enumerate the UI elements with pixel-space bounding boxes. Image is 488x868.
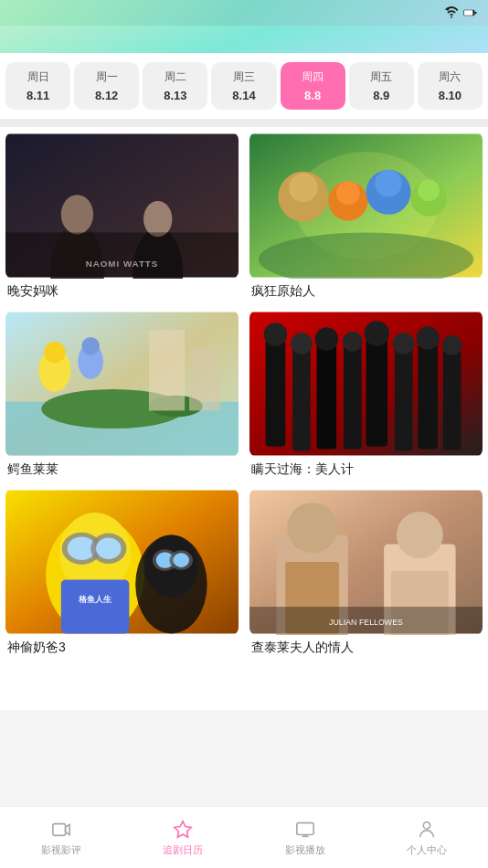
day-date: 8.10 (439, 89, 461, 102)
movie-thumb-2 (249, 132, 483, 279)
svg-point-16 (336, 182, 360, 206)
nav-label: 影视播放 (285, 843, 325, 857)
svg-point-48 (442, 335, 462, 355)
status-icons (444, 5, 477, 20)
day-date: 8.11 (27, 89, 49, 102)
bottom-nav: 影视影评追剧日历影视播放个人中心 (0, 806, 488, 868)
movie-card-6[interactable]: JULIAN FELLOWES 查泰莱夫人的情人 (249, 489, 483, 656)
svg-rect-43 (395, 348, 413, 451)
svg-point-29 (81, 337, 100, 355)
movie-thumb-5: 格鱼人生 (5, 489, 239, 635)
svg-rect-3 (464, 10, 472, 15)
svg-point-46 (416, 326, 440, 350)
day-item-tuesday[interactable]: 周二 8.13 (143, 62, 207, 110)
svg-point-18 (375, 170, 401, 196)
nav-item-broadcast[interactable]: 影视播放 (244, 813, 366, 863)
movie-thumb-6: JULIAN FELLOWES (249, 489, 483, 635)
movie-card-3[interactable]: 鳄鱼莱莱 (5, 311, 239, 478)
tv-icon (294, 819, 316, 841)
movie-title: 神偷奶爸3 (5, 640, 239, 656)
day-name: 周二 (164, 69, 186, 85)
person-icon (416, 819, 438, 841)
movie-card-1[interactable]: NAOMI WATTS 晚安妈咪 (5, 132, 239, 300)
svg-point-42 (365, 321, 389, 345)
movie-thumb-3 (5, 311, 239, 457)
movie-title: 疯狂原始人 (249, 283, 483, 300)
svg-marker-75 (175, 820, 191, 836)
day-item-wednesday[interactable]: 周三 8.14 (211, 62, 276, 110)
movie-title: 查泰莱夫人的情人 (249, 640, 483, 656)
svg-point-79 (424, 821, 430, 828)
svg-rect-10 (5, 232, 239, 277)
svg-point-38 (315, 327, 339, 351)
day-item-friday[interactable]: 周五 8.9 (349, 62, 414, 110)
svg-point-27 (44, 342, 66, 364)
day-date: 8.14 (232, 89, 255, 102)
nav-label: 影视影评 (41, 843, 81, 857)
svg-point-66 (287, 503, 337, 553)
day-date: 8.12 (95, 89, 118, 102)
nav-item-calendar[interactable]: 追剧日历 (122, 813, 245, 863)
movie-title: 鳄鱼莱莱 (5, 461, 239, 478)
day-item-thursday[interactable]: 周四 8.8 (281, 62, 345, 110)
svg-point-44 (393, 333, 415, 355)
svg-rect-35 (292, 348, 311, 451)
day-name: 周四 (302, 69, 324, 85)
svg-rect-45 (418, 344, 438, 450)
svg-rect-52 (61, 580, 130, 634)
svg-point-69 (397, 512, 443, 558)
svg-rect-37 (317, 344, 337, 450)
day-name: 周一 (96, 69, 118, 85)
movie-thumb-1: NAOMI WATTS (5, 132, 239, 279)
wifi-icon (444, 5, 459, 20)
day-selector: 周日 8.11 周一 8.12 周二 8.13 周三 8.14 周四 8.8 周… (0, 53, 488, 120)
day-date: 8.8 (304, 89, 321, 102)
day-item-sunday[interactable]: 周日 8.11 (5, 62, 70, 110)
nav-label: 追剧日历 (163, 843, 203, 857)
svg-point-40 (343, 332, 363, 352)
video-icon (50, 819, 72, 841)
day-item-saturday[interactable]: 周六 8.10 (418, 62, 483, 110)
svg-point-6 (61, 195, 93, 234)
svg-text:格鱼人生: 格鱼人生 (78, 595, 111, 604)
divider (0, 120, 488, 127)
movie-card-4[interactable]: 瞒天过海：美人计 (249, 311, 483, 478)
battery-icon (462, 5, 477, 20)
svg-point-63 (173, 553, 189, 567)
svg-rect-76 (297, 822, 313, 834)
svg-rect-2 (474, 12, 476, 15)
svg-rect-73 (53, 823, 66, 835)
movie-grid-container[interactable]: NAOMI WATTS 晚安妈咪 (0, 127, 488, 710)
nav-item-movies[interactable]: 影视影评 (0, 813, 122, 863)
day-date: 8.13 (164, 89, 186, 102)
day-date: 8.9 (373, 89, 389, 102)
movie-thumb-4 (249, 311, 483, 457)
svg-rect-47 (443, 350, 461, 450)
svg-rect-33 (266, 339, 286, 447)
movie-title: 晚安妈咪 (5, 283, 239, 300)
movie-title: 瞒天过海：美人计 (249, 461, 483, 478)
svg-rect-41 (366, 339, 388, 447)
svg-point-36 (291, 333, 313, 355)
svg-point-14 (289, 174, 317, 202)
day-name: 周日 (27, 69, 49, 85)
star-icon (172, 819, 194, 841)
day-name: 周三 (233, 69, 255, 85)
svg-point-34 (264, 323, 288, 346)
svg-text:JULIAN FELLOWES: JULIAN FELLOWES (329, 618, 403, 627)
header (0, 26, 488, 53)
svg-point-8 (143, 201, 172, 237)
svg-rect-30 (149, 330, 185, 410)
svg-point-0 (451, 16, 452, 18)
movie-grid: NAOMI WATTS 晚安妈咪 (0, 127, 488, 662)
svg-marker-74 (65, 824, 69, 834)
day-name: 周五 (370, 69, 392, 85)
svg-rect-31 (189, 348, 220, 411)
movie-card-5[interactable]: 格鱼人生 神偷奶爸3 (5, 489, 239, 656)
nav-label: 个人中心 (407, 843, 447, 857)
svg-point-20 (418, 180, 440, 202)
day-item-monday[interactable]: 周一 8.12 (74, 62, 139, 110)
movie-card-2[interactable]: 疯狂原始人 (249, 132, 483, 300)
nav-item-profile[interactable]: 个人中心 (366, 813, 489, 863)
status-bar (0, 0, 488, 26)
